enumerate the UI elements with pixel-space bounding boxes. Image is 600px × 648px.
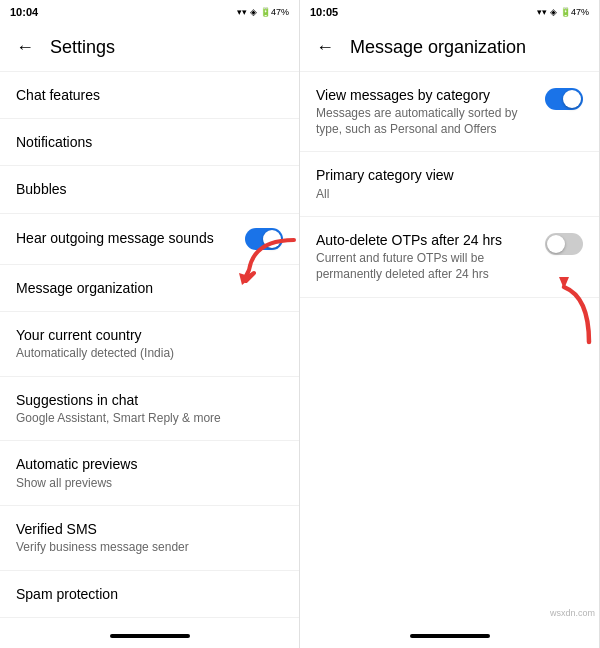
settings-item-spam[interactable]: Spam protection (0, 571, 299, 618)
view-by-category-subtitle: Messages are automatically sorted by typ… (316, 106, 545, 137)
message-org-panel: 10:05 ▾▾ ◈ 🔋47% ← Message organization V… (300, 0, 600, 648)
status-time-left: 10:04 (10, 6, 38, 18)
suggestions-subtitle: Google Assistant, Smart Reply & more (16, 411, 283, 427)
sounds-title: Hear outgoing message sounds (16, 229, 245, 247)
verified-sms-title: Verified SMS (16, 520, 283, 538)
previews-title: Automatic previews (16, 455, 283, 473)
auto-delete-toggle-thumb (547, 235, 565, 253)
settings-item-verified-sms[interactable]: Verified SMS Verify business message sen… (0, 506, 299, 571)
category-toggle-thumb (563, 90, 581, 108)
settings-item-notifications[interactable]: Notifications (0, 119, 299, 166)
settings-item-sounds[interactable]: Hear outgoing message sounds (0, 214, 299, 265)
auto-delete-toggle[interactable] (545, 233, 583, 255)
battery-icon: 🔋47% (260, 7, 289, 17)
settings-item-country[interactable]: Your current country Automatically detec… (0, 312, 299, 377)
settings-item-message-org[interactable]: Message organization (0, 265, 299, 312)
suggestions-title: Suggestions in chat (16, 391, 283, 409)
bottom-bar-left (0, 624, 299, 648)
settings-item-suggestions[interactable]: Suggestions in chat Google Assistant, Sm… (0, 377, 299, 442)
back-button-right[interactable]: ← (316, 37, 334, 58)
home-indicator-right (410, 634, 490, 638)
country-title: Your current country (16, 326, 283, 344)
spam-title: Spam protection (16, 585, 283, 603)
category-toggle[interactable] (545, 88, 583, 110)
settings-item-advanced[interactable]: Advanced (0, 618, 299, 624)
primary-view-subtitle: All (316, 187, 583, 203)
status-bar-right: 10:05 ▾▾ ◈ 🔋47% (300, 0, 599, 24)
signal-icon: ▾▾ (237, 7, 247, 17)
battery-icon-right: 🔋47% (560, 7, 589, 17)
svg-marker-1 (559, 277, 569, 289)
message-org-top-bar: ← Message organization (300, 24, 599, 72)
settings-top-bar: ← Settings (0, 24, 299, 72)
settings-item-auto-delete-otp[interactable]: Auto-delete OTPs after 24 hrs Current an… (300, 217, 599, 297)
settings-title: Settings (50, 37, 115, 58)
settings-item-chat-features[interactable]: Chat features (0, 72, 299, 119)
bubbles-title: Bubbles (16, 180, 283, 198)
settings-item-view-by-category[interactable]: View messages by category Messages are a… (300, 72, 599, 152)
notifications-title: Notifications (16, 133, 283, 151)
auto-delete-subtitle: Current and future OTPs will be permanen… (316, 251, 545, 282)
sounds-toggle-thumb (263, 230, 281, 248)
settings-item-previews[interactable]: Automatic previews Show all previews (0, 441, 299, 506)
verified-sms-subtitle: Verify business message sender (16, 540, 283, 556)
sounds-toggle[interactable] (245, 228, 283, 250)
home-indicator-left (110, 634, 190, 638)
back-button-left[interactable]: ← (16, 37, 34, 58)
wifi-icon: ◈ (250, 7, 257, 17)
bottom-bar-right (300, 624, 599, 648)
settings-panel: 10:04 ▾▾ ◈ 🔋47% ← Settings Chat features… (0, 0, 300, 648)
chat-features-title: Chat features (16, 86, 283, 104)
message-org-list: View messages by category Messages are a… (300, 72, 599, 624)
settings-item-bubbles[interactable]: Bubbles (0, 166, 299, 213)
auto-delete-title: Auto-delete OTPs after 24 hrs (316, 231, 545, 249)
primary-view-title: Primary category view (316, 166, 583, 184)
status-bar-left: 10:04 ▾▾ ◈ 🔋47% (0, 0, 299, 24)
watermark: wsxdn.com (550, 608, 595, 618)
wifi-icon-right: ◈ (550, 7, 557, 17)
signal-icon-right: ▾▾ (537, 7, 547, 17)
status-icons-right: ▾▾ ◈ 🔋47% (537, 7, 589, 17)
view-by-category-title: View messages by category (316, 86, 545, 104)
message-org-title: Message organization (350, 37, 526, 58)
status-icons-left: ▾▾ ◈ 🔋47% (237, 7, 289, 17)
status-time-right: 10:05 (310, 6, 338, 18)
settings-list: Chat features Notifications Bubbles Hear… (0, 72, 299, 624)
country-subtitle: Automatically detected (India) (16, 346, 283, 362)
previews-subtitle: Show all previews (16, 476, 283, 492)
settings-item-primary-view[interactable]: Primary category view All (300, 152, 599, 217)
message-org-title: Message organization (16, 279, 283, 297)
